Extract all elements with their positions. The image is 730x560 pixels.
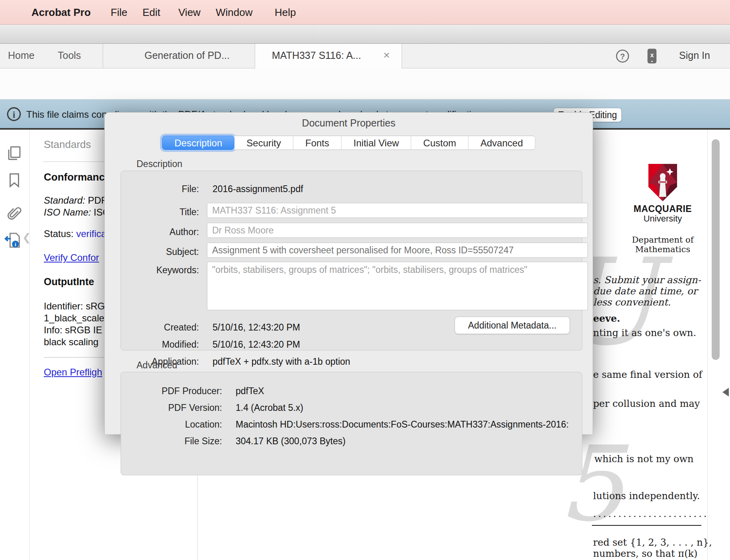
logo-name: MACQUARIE (627, 204, 699, 214)
department-line2: Mathematics (627, 245, 699, 254)
attachments-icon[interactable] (6, 205, 23, 222)
file-size-label: File Size: (121, 436, 222, 447)
tab-tools[interactable]: Tools (58, 50, 81, 61)
created-value: 5/10/16, 12:43:20 PM (213, 322, 300, 333)
department-line1: Department of (627, 235, 699, 245)
standard-label: Standard: (44, 195, 85, 206)
info-line2: black scaling (44, 336, 98, 348)
dialog-tab-fonts[interactable]: Fonts (293, 136, 342, 150)
acrobat-pro-window: Acrobat Pro File Edit View Window Help P… (0, 0, 730, 560)
pdf-text-fragment: per collusion and may (593, 398, 700, 409)
standards-panel-title: Standards (44, 138, 91, 151)
document-properties-dialog: Document Properties Description Security… (104, 112, 593, 434)
location-label: Location: (121, 419, 222, 430)
svg-text:i: i (15, 241, 16, 247)
dialog-title: Document Properties (105, 117, 593, 129)
title-field[interactable] (207, 203, 588, 218)
keywords-label: Keywords: (121, 265, 199, 276)
application-value: pdfTeX + pdfx.sty with a-1b option (213, 356, 350, 367)
main-toolbar: / 2 65.9% ▼ (0, 68, 730, 99)
created-label: Created: (121, 322, 199, 333)
author-field[interactable] (207, 223, 588, 238)
menu-item-edit[interactable]: Edit (142, 6, 160, 19)
open-preflight-link[interactable]: Open Prefligh (44, 367, 102, 378)
pdf-text-fragment: eeve. (593, 313, 620, 324)
pdf-text-fragment: nting it as one's own. (593, 327, 696, 338)
info-icon: i (6, 107, 21, 122)
identifier-line2: 1_black_scale (44, 313, 104, 324)
navigation-rail: i ❮ (0, 130, 30, 560)
vertical-scrollbar-thumb[interactable] (712, 139, 720, 360)
tab-generation-of-pdfa[interactable]: Generation of PD... (119, 50, 255, 61)
pdf-producer-value: pdfTeX (236, 386, 264, 397)
output-intent-heading: OutputInte (44, 276, 94, 288)
active-tab-label: MATH337 S116: A... (272, 50, 361, 61)
additional-metadata-button[interactable]: Additional Metadata... (455, 317, 570, 334)
svg-text:?: ? (620, 52, 625, 61)
dialog-tab-custom[interactable]: Custom (411, 136, 468, 150)
window-title-bar: PDFλ MATH337 S116: Assignment 5 (0, 25, 730, 44)
pdf-text-fragment: which is not my own (594, 453, 693, 465)
tab-home[interactable]: Home (8, 50, 35, 61)
pdf-text-fragment: numbers, so that π(k) (593, 548, 697, 559)
pdf-text-fragment: red set {1, 2, 3, . . . , n}, (593, 537, 712, 548)
divider (44, 357, 107, 358)
sign-in-button[interactable]: Sign In (679, 50, 710, 61)
help-icon[interactable]: ? (615, 49, 630, 63)
bookmarks-icon[interactable] (6, 172, 23, 189)
menu-item-help[interactable]: Help (275, 6, 296, 19)
close-tab-icon[interactable]: × (383, 49, 390, 62)
verify-conformance-link[interactable]: Verify Confor (44, 252, 99, 263)
svg-text:i: i (13, 110, 15, 120)
logo-subtitle: University (627, 214, 699, 224)
subject-field[interactable] (207, 243, 588, 258)
pdf-text-fragment: s. Submit your assign- (593, 274, 701, 286)
pdf-text-fragment: e same final version of (593, 369, 702, 380)
mobile-device-icon[interactable]: x (646, 48, 658, 64)
standards-panel-icon[interactable]: i (4, 231, 21, 248)
pdf-text-fragment: due date and time, or (593, 286, 697, 297)
dialog-tab-strip: Description Security Fonts Initial View … (105, 136, 593, 150)
dialog-tab-initial-view[interactable]: Initial View (342, 136, 411, 150)
description-section-label: Description (137, 159, 182, 169)
file-value: 2016-assignment5.pdf (213, 184, 303, 194)
info-line: Info: sRGB IE (44, 325, 102, 336)
page-edge-line (707, 130, 708, 560)
tab-math337-active[interactable]: MATH337 S116: A... × (255, 44, 402, 68)
location-value: Macintosh HD:Users:ross:Documents:FoS-Co… (236, 419, 569, 430)
subject-label: Subject: (121, 247, 199, 257)
menu-item-view[interactable]: View (178, 6, 201, 19)
pdf-text-fragment: lutions independently. (593, 490, 700, 502)
dialog-tab-security[interactable]: Security (234, 136, 293, 150)
menu-item-file[interactable]: File (111, 6, 127, 19)
right-panel-collapse-arrow[interactable] (722, 388, 729, 397)
dialog-tab-description[interactable]: Description (162, 136, 234, 150)
title-label: Title: (121, 207, 199, 218)
page-thumbnails-icon[interactable] (6, 145, 23, 161)
macquarie-shield-icon (648, 164, 677, 201)
signature-dotted-line: ....................... (593, 508, 709, 519)
modified-value: 5/10/16, 12:43:20 PM (213, 339, 300, 350)
menu-app-name[interactable]: Acrobat Pro (31, 6, 91, 19)
pdf-text-fragment: less convenient. (593, 297, 671, 308)
dialog-tab-advanced[interactable]: Advanced (468, 136, 535, 150)
author-label: Author: (121, 227, 199, 237)
file-size-value: 304.17 KB (300,073 Bytes) (236, 436, 345, 447)
document-tab-bar: Home Tools Generation of PD... MATH337 S… (0, 44, 730, 68)
pdf-version-value: 1.4 (Acrobat 5.x) (236, 402, 303, 413)
pdf-version-label: PDF Version: (121, 402, 222, 413)
macquarie-logo: MACQUARIE University Department of Mathe… (627, 164, 699, 254)
status-label: Status: (44, 228, 76, 239)
modified-label: Modified: (121, 339, 199, 350)
conformance-heading: Conformance (44, 171, 111, 183)
file-label: File: (121, 184, 199, 194)
description-panel: File: 2016-assignment5.pdf Title: Author… (121, 171, 582, 350)
menu-item-window[interactable]: Window (216, 6, 252, 19)
advanced-section-label: Advanced (137, 360, 177, 371)
identifier-line: Identifier: sRG (44, 301, 105, 312)
advanced-panel: PDF Producer: pdfTeX PDF Version: 1.4 (A… (121, 372, 582, 475)
pdf-producer-label: PDF Producer: (121, 386, 222, 397)
section-rule (592, 525, 701, 526)
iso-name-label: ISO Name: (44, 207, 91, 218)
keywords-field[interactable]: "orbits, stabilisers, groups of matrices… (207, 262, 588, 310)
